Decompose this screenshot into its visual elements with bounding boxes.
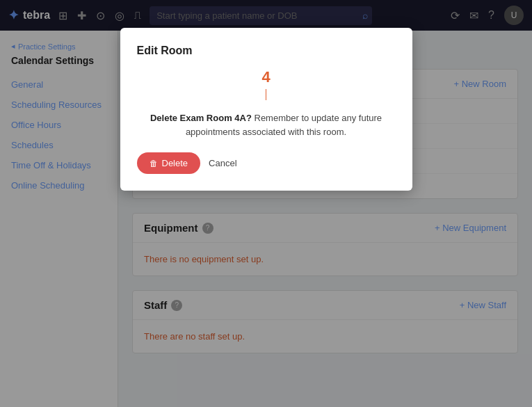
modal-number: 4 xyxy=(137,68,396,86)
modal-message: Delete Exam Room 4A? Remember to update … xyxy=(137,111,396,138)
trash-icon xyxy=(150,158,158,168)
modal-separator xyxy=(266,89,266,100)
modal-actions: Delete Cancel xyxy=(137,152,396,174)
delete-button[interactable]: Delete xyxy=(137,152,201,174)
modal-message-strong: Delete Exam Room 4A? xyxy=(150,113,252,123)
edit-room-modal: Edit Room 4 Delete Exam Room 4A? Remembe… xyxy=(120,28,412,191)
modal-title: Edit Room xyxy=(137,45,396,57)
cancel-button[interactable]: Cancel xyxy=(209,158,236,168)
delete-label: Delete xyxy=(162,158,188,168)
modal-overlay: Edit Room 4 Delete Exam Room 4A? Remembe… xyxy=(0,0,532,407)
